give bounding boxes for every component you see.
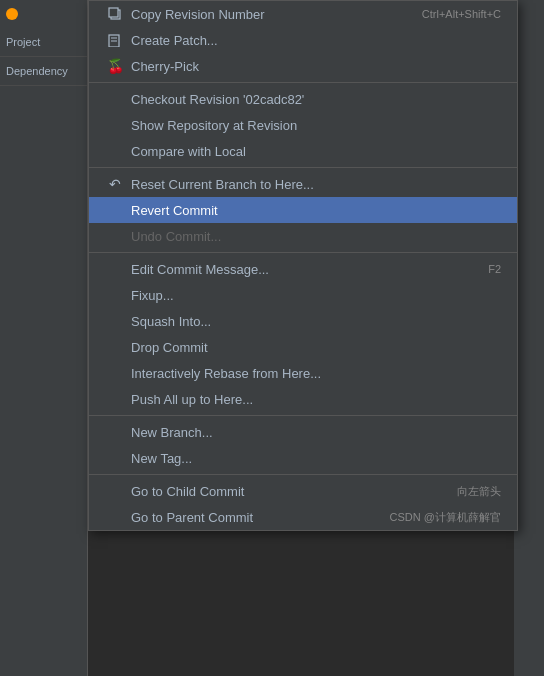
checkout-revision-label: Checkout Revision '02cadc82' bbox=[131, 92, 501, 107]
compare-local-label: Compare with Local bbox=[131, 144, 501, 159]
separator-1 bbox=[89, 82, 517, 83]
copy-revision-label: Copy Revision Number bbox=[131, 7, 392, 22]
squash-into-label: Squash Into... bbox=[131, 314, 501, 329]
checkout-icon bbox=[105, 91, 125, 107]
edit-commit-msg-label: Edit Commit Message... bbox=[131, 262, 458, 277]
cherry-pick-icon: 🍒 bbox=[105, 58, 125, 74]
separator-4 bbox=[89, 415, 517, 416]
copy-icon bbox=[105, 6, 125, 22]
menu-item-edit-commit-msg[interactable]: Edit Commit Message... F2 bbox=[89, 256, 517, 282]
menu-item-go-to-parent[interactable]: Go to Parent Commit CSDN @计算机薛解官 bbox=[89, 504, 517, 530]
separator-3 bbox=[89, 252, 517, 253]
go-to-child-shortcut: 向左箭头 bbox=[457, 484, 501, 499]
compare-icon bbox=[105, 143, 125, 159]
edit-icon bbox=[105, 261, 125, 277]
squash-icon bbox=[105, 313, 125, 329]
menu-item-cherry-pick[interactable]: 🍒 Cherry-Pick bbox=[89, 53, 517, 79]
revert-icon bbox=[105, 202, 125, 218]
fixup-label: Fixup... bbox=[131, 288, 501, 303]
go-to-parent-label: Go to Parent Commit bbox=[131, 510, 360, 525]
push-icon bbox=[105, 391, 125, 407]
go-to-parent-shortcut: CSDN @计算机薛解官 bbox=[390, 510, 501, 525]
drop-commit-label: Drop Commit bbox=[131, 340, 501, 355]
patch-icon bbox=[105, 32, 125, 48]
new-tag-icon bbox=[105, 450, 125, 466]
menu-item-reset-branch[interactable]: ↶ Reset Current Branch to Here... bbox=[89, 171, 517, 197]
new-tag-label: New Tag... bbox=[131, 451, 501, 466]
menu-item-compare-local[interactable]: Compare with Local bbox=[89, 138, 517, 164]
undo-icon bbox=[105, 228, 125, 244]
go-to-child-icon bbox=[105, 483, 125, 499]
go-to-parent-icon bbox=[105, 509, 125, 525]
rebase-icon bbox=[105, 365, 125, 381]
menu-item-interactive-rebase[interactable]: Interactively Rebase from Here... bbox=[89, 360, 517, 386]
show-repository-label: Show Repository at Revision bbox=[131, 118, 501, 133]
menu-item-fixup[interactable]: Fixup... bbox=[89, 282, 517, 308]
reset-branch-label: Reset Current Branch to Here... bbox=[131, 177, 501, 192]
menu-item-go-to-child[interactable]: Go to Child Commit 向左箭头 bbox=[89, 478, 517, 504]
menu-item-undo-commit: Undo Commit... bbox=[89, 223, 517, 249]
context-menu: Copy Revision Number Ctrl+Alt+Shift+C Cr… bbox=[88, 0, 518, 531]
interactive-rebase-label: Interactively Rebase from Here... bbox=[131, 366, 501, 381]
push-all-label: Push All up to Here... bbox=[131, 392, 501, 407]
show-repo-icon bbox=[105, 117, 125, 133]
right-edge-panel bbox=[514, 0, 544, 676]
status-dot bbox=[6, 8, 18, 20]
new-branch-label: New Branch... bbox=[131, 425, 501, 440]
create-patch-label: Create Patch... bbox=[131, 33, 501, 48]
svg-rect-1 bbox=[109, 8, 118, 17]
separator-2 bbox=[89, 167, 517, 168]
menu-item-copy-revision[interactable]: Copy Revision Number Ctrl+Alt+Shift+C bbox=[89, 1, 517, 27]
dependency-panel-item[interactable]: Dependency bbox=[0, 57, 87, 86]
edit-commit-shortcut: F2 bbox=[488, 263, 501, 275]
menu-item-create-patch[interactable]: Create Patch... bbox=[89, 27, 517, 53]
menu-item-show-repository[interactable]: Show Repository at Revision bbox=[89, 112, 517, 138]
left-panel: Project Dependency bbox=[0, 0, 88, 676]
separator-5 bbox=[89, 474, 517, 475]
menu-item-revert-commit[interactable]: Revert Commit bbox=[89, 197, 517, 223]
project-panel-item[interactable]: Project bbox=[0, 28, 87, 57]
reset-icon: ↶ bbox=[105, 176, 125, 192]
new-branch-icon bbox=[105, 424, 125, 440]
menu-item-squash-into[interactable]: Squash Into... bbox=[89, 308, 517, 334]
menu-item-push-all[interactable]: Push All up to Here... bbox=[89, 386, 517, 412]
menu-item-new-tag[interactable]: New Tag... bbox=[89, 445, 517, 471]
undo-commit-label: Undo Commit... bbox=[131, 229, 501, 244]
cherry-pick-label: Cherry-Pick bbox=[131, 59, 501, 74]
menu-item-new-branch[interactable]: New Branch... bbox=[89, 419, 517, 445]
go-to-child-label: Go to Child Commit bbox=[131, 484, 427, 499]
fixup-icon bbox=[105, 287, 125, 303]
drop-icon bbox=[105, 339, 125, 355]
revert-commit-label: Revert Commit bbox=[131, 203, 501, 218]
menu-item-checkout-revision[interactable]: Checkout Revision '02cadc82' bbox=[89, 86, 517, 112]
menu-item-drop-commit[interactable]: Drop Commit bbox=[89, 334, 517, 360]
copy-revision-shortcut: Ctrl+Alt+Shift+C bbox=[422, 8, 501, 20]
